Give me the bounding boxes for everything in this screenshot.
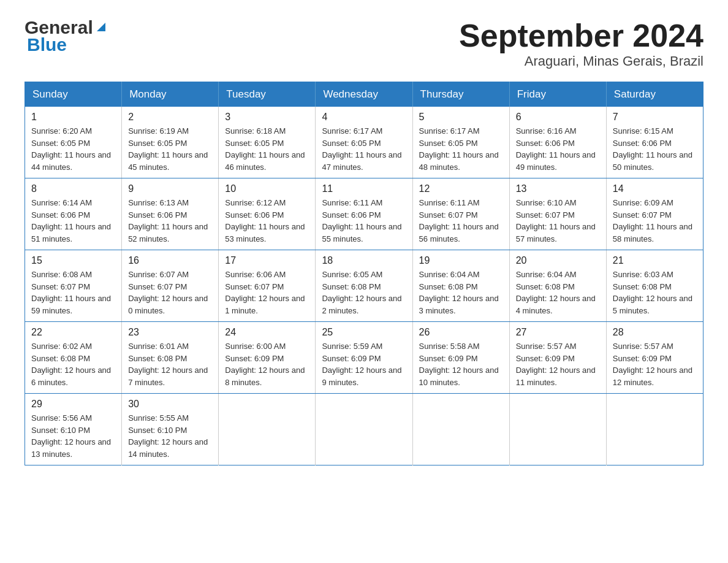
day-number: 9 xyxy=(128,183,212,194)
calendar-day-cell: 25 Sunrise: 5:59 AM Sunset: 6:09 PM Dayl… xyxy=(316,322,412,394)
day-number: 3 xyxy=(225,112,309,123)
calendar-day-header: Wednesday xyxy=(316,82,412,107)
day-info: Sunrise: 6:12 AM Sunset: 6:06 PM Dayligh… xyxy=(225,197,309,245)
day-number: 27 xyxy=(516,327,600,338)
calendar-day-cell xyxy=(606,394,703,465)
day-number: 18 xyxy=(322,255,406,266)
calendar-day-cell: 3 Sunrise: 6:18 AM Sunset: 6:05 PM Dayli… xyxy=(219,107,316,178)
calendar-day-cell: 10 Sunrise: 6:12 AM Sunset: 6:06 PM Dayl… xyxy=(219,178,316,250)
day-info: Sunrise: 5:59 AM Sunset: 6:09 PM Dayligh… xyxy=(322,340,406,388)
page-title: September 2024 xyxy=(459,18,703,53)
calendar-day-cell: 17 Sunrise: 6:06 AM Sunset: 6:07 PM Dayl… xyxy=(219,250,316,322)
calendar-day-cell: 6 Sunrise: 6:16 AM Sunset: 6:06 PM Dayli… xyxy=(509,107,606,178)
calendar-day-cell: 13 Sunrise: 6:10 AM Sunset: 6:07 PM Dayl… xyxy=(509,178,606,250)
logo-triangle-icon xyxy=(94,20,108,34)
day-info: Sunrise: 6:18 AM Sunset: 6:05 PM Dayligh… xyxy=(225,125,309,173)
calendar-day-cell: 26 Sunrise: 5:58 AM Sunset: 6:09 PM Dayl… xyxy=(412,322,509,394)
day-info: Sunrise: 6:05 AM Sunset: 6:08 PM Dayligh… xyxy=(322,269,406,316)
day-info: Sunrise: 5:58 AM Sunset: 6:09 PM Dayligh… xyxy=(419,340,503,388)
calendar-day-header: Monday xyxy=(122,82,219,107)
day-number: 30 xyxy=(128,399,212,410)
calendar-day-cell: 15 Sunrise: 6:08 AM Sunset: 6:07 PM Dayl… xyxy=(25,250,122,322)
day-number: 5 xyxy=(419,112,503,123)
day-number: 25 xyxy=(322,327,406,338)
page-header: General Blue September 2024 Araguari, Mi… xyxy=(25,18,703,69)
calendar-day-cell xyxy=(219,394,316,465)
day-info: Sunrise: 6:04 AM Sunset: 6:08 PM Dayligh… xyxy=(419,269,503,316)
day-number: 26 xyxy=(419,327,503,338)
day-info: Sunrise: 5:55 AM Sunset: 6:10 PM Dayligh… xyxy=(128,412,212,460)
calendar-day-cell: 27 Sunrise: 5:57 AM Sunset: 6:09 PM Dayl… xyxy=(509,322,606,394)
day-number: 12 xyxy=(419,183,503,194)
calendar-day-header: Saturday xyxy=(606,82,703,107)
day-number: 15 xyxy=(31,255,115,266)
calendar-week-row: 15 Sunrise: 6:08 AM Sunset: 6:07 PM Dayl… xyxy=(25,250,703,322)
calendar-day-header: Friday xyxy=(509,82,606,107)
day-info: Sunrise: 6:10 AM Sunset: 6:07 PM Dayligh… xyxy=(516,197,600,245)
calendar-day-cell: 18 Sunrise: 6:05 AM Sunset: 6:08 PM Dayl… xyxy=(316,250,412,322)
calendar-day-cell: 14 Sunrise: 6:09 AM Sunset: 6:07 PM Dayl… xyxy=(606,178,703,250)
calendar-day-header: Tuesday xyxy=(219,82,316,107)
title-block: September 2024 Araguari, Minas Gerais, B… xyxy=(459,18,703,69)
day-info: Sunrise: 6:11 AM Sunset: 6:06 PM Dayligh… xyxy=(322,197,406,245)
logo: General Blue xyxy=(25,18,108,55)
day-info: Sunrise: 6:16 AM Sunset: 6:06 PM Dayligh… xyxy=(516,125,600,173)
day-info: Sunrise: 6:02 AM Sunset: 6:08 PM Dayligh… xyxy=(31,340,115,388)
calendar-day-header: Thursday xyxy=(412,82,509,107)
calendar-day-cell: 8 Sunrise: 6:14 AM Sunset: 6:06 PM Dayli… xyxy=(25,178,122,250)
day-info: Sunrise: 6:07 AM Sunset: 6:07 PM Dayligh… xyxy=(128,269,212,316)
day-number: 14 xyxy=(613,183,697,194)
day-info: Sunrise: 6:20 AM Sunset: 6:05 PM Dayligh… xyxy=(31,125,115,173)
day-number: 7 xyxy=(613,112,697,123)
calendar-week-row: 1 Sunrise: 6:20 AM Sunset: 6:05 PM Dayli… xyxy=(25,107,703,178)
svg-marker-0 xyxy=(97,23,105,31)
day-number: 13 xyxy=(516,183,600,194)
day-info: Sunrise: 6:01 AM Sunset: 6:08 PM Dayligh… xyxy=(128,340,212,388)
calendar-day-cell: 9 Sunrise: 6:13 AM Sunset: 6:06 PM Dayli… xyxy=(122,178,219,250)
calendar-week-row: 8 Sunrise: 6:14 AM Sunset: 6:06 PM Dayli… xyxy=(25,178,703,250)
calendar-day-cell: 11 Sunrise: 6:11 AM Sunset: 6:06 PM Dayl… xyxy=(316,178,412,250)
day-number: 21 xyxy=(613,255,697,266)
day-info: Sunrise: 5:57 AM Sunset: 6:09 PM Dayligh… xyxy=(516,340,600,388)
day-info: Sunrise: 6:15 AM Sunset: 6:06 PM Dayligh… xyxy=(613,125,697,173)
calendar-day-cell xyxy=(316,394,412,465)
logo-blue-text: Blue xyxy=(27,34,108,55)
calendar-day-cell: 28 Sunrise: 5:57 AM Sunset: 6:09 PM Dayl… xyxy=(606,322,703,394)
day-number: 22 xyxy=(31,327,115,338)
calendar-day-cell: 5 Sunrise: 6:17 AM Sunset: 6:05 PM Dayli… xyxy=(412,107,509,178)
day-info: Sunrise: 5:57 AM Sunset: 6:09 PM Dayligh… xyxy=(613,340,697,388)
page-subtitle: Araguari, Minas Gerais, Brazil xyxy=(459,53,703,69)
calendar-header-row: SundayMondayTuesdayWednesdayThursdayFrid… xyxy=(25,82,703,107)
calendar-day-cell: 20 Sunrise: 6:04 AM Sunset: 6:08 PM Dayl… xyxy=(509,250,606,322)
calendar-day-cell: 1 Sunrise: 6:20 AM Sunset: 6:05 PM Dayli… xyxy=(25,107,122,178)
day-number: 6 xyxy=(516,112,600,123)
day-number: 8 xyxy=(31,183,115,194)
calendar-day-cell: 24 Sunrise: 6:00 AM Sunset: 6:09 PM Dayl… xyxy=(219,322,316,394)
calendar-day-cell: 23 Sunrise: 6:01 AM Sunset: 6:08 PM Dayl… xyxy=(122,322,219,394)
day-number: 1 xyxy=(31,112,115,123)
calendar-day-cell: 19 Sunrise: 6:04 AM Sunset: 6:08 PM Dayl… xyxy=(412,250,509,322)
day-number: 11 xyxy=(322,183,406,194)
day-info: Sunrise: 6:08 AM Sunset: 6:07 PM Dayligh… xyxy=(31,269,115,316)
calendar-day-cell: 30 Sunrise: 5:55 AM Sunset: 6:10 PM Dayl… xyxy=(122,394,219,465)
calendar-day-cell: 22 Sunrise: 6:02 AM Sunset: 6:08 PM Dayl… xyxy=(25,322,122,394)
day-info: Sunrise: 6:09 AM Sunset: 6:07 PM Dayligh… xyxy=(613,197,697,245)
day-info: Sunrise: 6:11 AM Sunset: 6:07 PM Dayligh… xyxy=(419,197,503,245)
calendar-day-cell xyxy=(509,394,606,465)
day-info: Sunrise: 6:00 AM Sunset: 6:09 PM Dayligh… xyxy=(225,340,309,388)
day-info: Sunrise: 6:19 AM Sunset: 6:05 PM Dayligh… xyxy=(128,125,212,173)
day-info: Sunrise: 6:03 AM Sunset: 6:08 PM Dayligh… xyxy=(613,269,697,316)
calendar-day-cell xyxy=(412,394,509,465)
calendar-week-row: 29 Sunrise: 5:56 AM Sunset: 6:10 PM Dayl… xyxy=(25,394,703,465)
day-info: Sunrise: 6:13 AM Sunset: 6:06 PM Dayligh… xyxy=(128,197,212,245)
calendar-week-row: 22 Sunrise: 6:02 AM Sunset: 6:08 PM Dayl… xyxy=(25,322,703,394)
day-number: 17 xyxy=(225,255,309,266)
calendar-day-cell: 12 Sunrise: 6:11 AM Sunset: 6:07 PM Dayl… xyxy=(412,178,509,250)
day-number: 2 xyxy=(128,112,212,123)
day-number: 24 xyxy=(225,327,309,338)
day-info: Sunrise: 6:17 AM Sunset: 6:05 PM Dayligh… xyxy=(419,125,503,173)
day-number: 29 xyxy=(31,399,115,410)
calendar-day-cell: 2 Sunrise: 6:19 AM Sunset: 6:05 PM Dayli… xyxy=(122,107,219,178)
calendar-day-cell: 21 Sunrise: 6:03 AM Sunset: 6:08 PM Dayl… xyxy=(606,250,703,322)
day-number: 23 xyxy=(128,327,212,338)
